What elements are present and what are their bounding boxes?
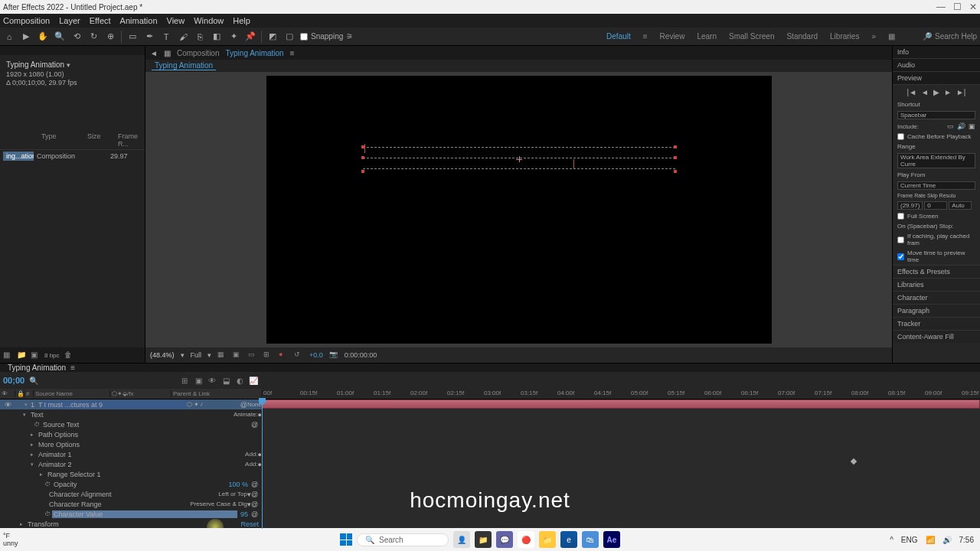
interpret-footage-icon[interactable]: ▦ xyxy=(3,350,12,360)
tray-wifi-icon[interactable]: 📶 xyxy=(926,536,935,544)
panel-character[interactable]: Character xyxy=(893,291,980,304)
rectangle-tool-icon[interactable]: ▭ xyxy=(126,31,139,43)
twirl-path[interactable]: ▸ xyxy=(31,432,37,438)
menu-composition[interactable]: Composition xyxy=(3,16,50,25)
workspace-menu-icon[interactable]: ≡ xyxy=(643,32,648,41)
transform-reset[interactable]: Reset xyxy=(237,520,262,528)
tray-time[interactable]: 7:56 xyxy=(959,536,974,544)
skip-value[interactable]: 0 xyxy=(924,201,947,210)
menu-view[interactable]: View xyxy=(167,16,185,25)
twirl-more[interactable]: ▸ xyxy=(31,442,37,448)
tray-lang[interactable]: ENG xyxy=(901,536,918,544)
prop-animator1-row[interactable]: ▸ Animator 1 Add: ● xyxy=(0,449,262,459)
draft3d-icon[interactable]: ▣ xyxy=(193,375,204,386)
keyframe-marker[interactable] xyxy=(851,458,857,465)
anchor-point-icon[interactable] xyxy=(516,156,522,162)
twirl-text[interactable]: ▾ xyxy=(23,412,29,418)
eraser-tool-icon[interactable]: ◧ xyxy=(211,31,223,43)
panel-libraries[interactable]: Libraries xyxy=(893,278,980,291)
include-audio-icon[interactable]: 🔊 xyxy=(957,122,965,130)
taskbar-app-4[interactable]: 📁 xyxy=(539,531,556,548)
fullscreen-checkbox[interactable] xyxy=(897,213,904,220)
prop-source-text-row[interactable]: ⏱ Source Text @ xyxy=(0,419,262,429)
range-value[interactable]: Work Area Extended By Curre xyxy=(897,153,975,168)
workspace-standard[interactable]: Standard xyxy=(786,32,818,41)
char-range-value[interactable]: Preserve Case & Dig xyxy=(190,500,247,507)
frame-blend-icon[interactable]: ⬓ xyxy=(220,375,231,386)
workspace-overflow-icon[interactable]: » xyxy=(871,32,876,41)
include-video-icon[interactable]: ▭ xyxy=(947,122,954,130)
anchor-tool-icon[interactable]: ⊕ xyxy=(104,31,116,43)
text-layer-bounds[interactable] xyxy=(363,147,675,171)
prop-range-selector-row[interactable]: ▸ Range Selector 1 xyxy=(0,469,262,479)
timeline-track-area[interactable]: 00f00:15f01:00f01:15f02:00f02:15f03:00f0… xyxy=(262,372,980,541)
tray-chevron-icon[interactable]: ^ xyxy=(890,536,893,544)
menu-help[interactable]: Help xyxy=(233,16,250,25)
prev-frame-icon[interactable]: ◄ xyxy=(921,88,929,96)
handle-mr[interactable] xyxy=(674,156,677,159)
search-help-input[interactable]: Search Help xyxy=(935,32,977,41)
minimize-icon[interactable]: — xyxy=(936,2,946,12)
cache-before-checkbox[interactable] xyxy=(897,133,904,140)
taskbar-app-store[interactable]: 🛍 xyxy=(582,531,599,548)
twirl-range[interactable]: ▸ xyxy=(40,471,46,478)
delete-icon[interactable]: 🗑 xyxy=(64,350,74,360)
res-value[interactable]: Auto xyxy=(949,201,972,210)
add-menu-1[interactable]: Add: xyxy=(245,451,257,458)
taskbar-app-edge[interactable]: e xyxy=(560,531,577,548)
channel-icon[interactable]: ● xyxy=(279,350,288,360)
zoom-dropdown-icon[interactable]: ▾ xyxy=(181,351,185,359)
timeline-tab[interactable]: Typing Animation xyxy=(3,364,70,372)
handle-ml[interactable] xyxy=(361,156,364,159)
graph-editor-icon[interactable]: 📈 xyxy=(248,375,259,386)
workspace-panel-icon[interactable]: ▦ xyxy=(888,32,895,41)
snapping-checkbox[interactable] xyxy=(300,33,308,41)
panel-preview[interactable]: Preview xyxy=(893,72,980,85)
rotation-tool-icon[interactable]: ↻ xyxy=(87,31,100,43)
puppet-tool-icon[interactable]: 📌 xyxy=(244,31,256,43)
tray-volume-icon[interactable]: 🔊 xyxy=(942,536,952,544)
comp-mini-flow-icon[interactable]: ⊞ xyxy=(179,375,190,386)
if-caching-checkbox[interactable] xyxy=(897,236,904,243)
play-from-value[interactable]: Current Time xyxy=(897,181,975,190)
menu-layer[interactable]: Layer xyxy=(59,16,80,25)
stopwatch-source-text[interactable]: ⏱ xyxy=(34,421,41,428)
stopwatch-opacity[interactable]: ⏱ xyxy=(44,481,52,487)
close-icon[interactable]: ✕ xyxy=(969,2,977,12)
roto-tool-icon[interactable]: ✦ xyxy=(227,31,240,43)
mask-toggle-icon[interactable]: ▣ xyxy=(233,350,242,360)
start-button[interactable] xyxy=(340,533,352,546)
parent-pickwhip-icon[interactable]: @ xyxy=(240,401,247,409)
twirl-transform[interactable]: ▸ xyxy=(20,521,26,527)
char-range-pickwhip-icon[interactable]: @ xyxy=(251,500,262,508)
snapping-options-icon[interactable]: ⚞ xyxy=(346,32,353,41)
new-folder-icon[interactable]: 📁 xyxy=(17,350,26,360)
taskbar-search[interactable]: 🔍 Search xyxy=(357,533,449,546)
expr-pickwhip-icon[interactable]: @ xyxy=(251,421,262,429)
grid-guides-icon[interactable]: ⊞ xyxy=(263,350,273,360)
roi-icon[interactable]: ▭ xyxy=(248,350,257,360)
current-timecode[interactable]: 00;00 xyxy=(3,376,24,385)
shape-stroke-icon[interactable]: ▢ xyxy=(283,31,296,43)
orbit-tool-icon[interactable]: ⟲ xyxy=(70,31,83,43)
menu-window[interactable]: Window xyxy=(194,16,224,25)
prop-more-options-row[interactable]: ▸ More Options xyxy=(0,439,262,449)
shortcut-value[interactable]: Spacebar xyxy=(897,111,975,119)
zoom-level[interactable]: (48.4%) xyxy=(150,351,175,359)
weather-widget[interactable]: °F unny xyxy=(3,533,18,548)
twirl-anim1[interactable]: ▸ xyxy=(31,452,37,458)
comp-subtab[interactable]: Typing Animation xyxy=(152,61,216,70)
workspace-learn[interactable]: Learn xyxy=(697,32,717,41)
char-align-value[interactable]: Left or Top xyxy=(218,491,247,497)
project-item-row[interactable]: ing...ation Composition 29.97 xyxy=(0,150,145,162)
panel-effects-presets[interactable]: Effects & Presets xyxy=(893,265,980,278)
layer-visible-icon[interactable]: 👁 xyxy=(0,401,15,409)
opacity-value[interactable]: 100 % xyxy=(225,481,251,488)
preview-timecode[interactable]: 0:00:00:00 xyxy=(345,351,377,359)
prop-path-options-row[interactable]: ▸ Path Options xyxy=(0,429,262,439)
workspace-default[interactable]: Default xyxy=(606,32,631,41)
transparency-grid-icon[interactable]: ▦ xyxy=(217,350,227,360)
layer-twirl[interactable]: ▾ xyxy=(24,402,31,408)
prop-char-range-row[interactable]: Character Range Preserve Case & Dig ▾ @ xyxy=(0,499,262,509)
maximize-icon[interactable]: ☐ xyxy=(953,2,962,12)
